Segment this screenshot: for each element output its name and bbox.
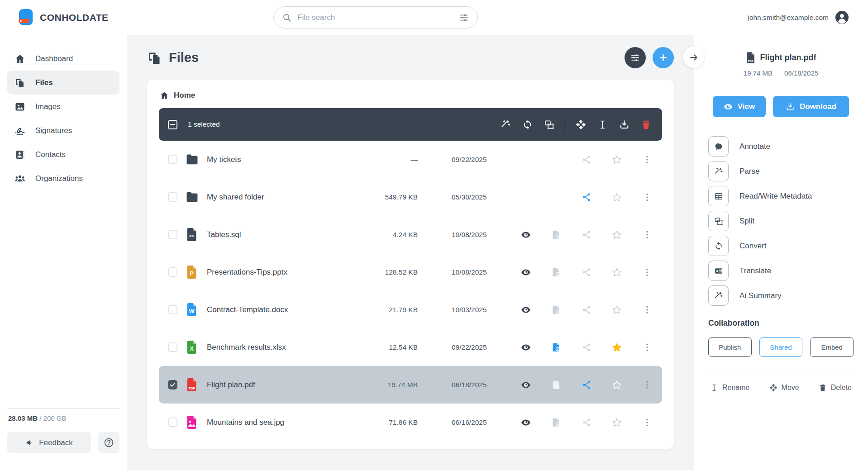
collapse-panel-button[interactable] xyxy=(683,47,704,68)
doc-status-button[interactable] xyxy=(541,224,571,246)
row-menu-button[interactable] xyxy=(632,374,662,396)
toolbar-rename-button[interactable] xyxy=(591,114,613,135)
toolbar-magic-wand-button[interactable] xyxy=(495,114,517,135)
favorite-button[interactable] xyxy=(601,186,632,208)
file-row-presentations-tips-pptx[interactable]: P Presentations-Tips.pptx 128.52 KB 10/0… xyxy=(159,253,662,291)
row-menu-button[interactable] xyxy=(632,412,662,433)
panel-action-translate[interactable]: ATranslate xyxy=(708,261,854,281)
preview-button[interactable] xyxy=(510,261,541,283)
row-checkbox[interactable] xyxy=(168,155,177,164)
share-icon xyxy=(582,305,591,315)
row-menu-button[interactable] xyxy=(632,337,662,358)
share-button[interactable] xyxy=(571,261,601,283)
toolbar-move-button[interactable] xyxy=(570,114,591,135)
search-filter-sliders-icon[interactable] xyxy=(458,12,469,23)
panel-action-parse[interactable]: Parse xyxy=(708,161,854,181)
row-menu-button[interactable] xyxy=(632,149,662,171)
toolbar-download-button[interactable] xyxy=(613,114,635,135)
feedback-button[interactable]: Feedback xyxy=(7,432,91,453)
row-checkbox[interactable] xyxy=(168,342,177,352)
doc-status-button[interactable] xyxy=(541,337,571,358)
file-row-contract-template-docx[interactable]: W Contract-Template.docx 21.79 KB 10/03/… xyxy=(159,291,662,328)
row-checkbox[interactable] xyxy=(168,418,177,427)
panel-action-annotate[interactable]: Annotate xyxy=(708,136,854,157)
breadcrumb-label: Home xyxy=(174,91,195,100)
row-checkbox[interactable] xyxy=(168,305,177,314)
sidebar-item-organizations[interactable]: Organizations xyxy=(7,166,119,190)
share-button[interactable] xyxy=(571,186,601,208)
collab-embed-button[interactable]: Embed xyxy=(810,337,854,357)
sidebar-item-dashboard[interactable]: Dashboard xyxy=(7,47,119,71)
doc-check-icon xyxy=(551,418,561,427)
favorite-button[interactable] xyxy=(601,261,632,283)
brand-logo[interactable]: CONHOLDATE xyxy=(18,8,131,27)
collab-publish-button[interactable]: Publish xyxy=(708,337,752,357)
panel-action-ai-summary[interactable]: Ai Summary xyxy=(708,285,854,306)
row-checkbox[interactable] xyxy=(168,380,177,389)
favorite-button[interactable] xyxy=(601,224,632,246)
share-button[interactable] xyxy=(571,337,601,358)
row-checkbox[interactable] xyxy=(168,267,177,277)
toolbar-split-button[interactable] xyxy=(539,114,560,135)
share-button[interactable] xyxy=(571,299,601,321)
file-row-mountains-and-sea-jpg[interactable]: Mountains and sea.jpg 71.86 KB 06/16/202… xyxy=(159,404,662,441)
download-button[interactable]: Download xyxy=(773,96,849,117)
sidebar-item-images[interactable]: Images xyxy=(7,95,119,119)
row-menu-button[interactable] xyxy=(632,299,662,321)
share-button[interactable] xyxy=(571,224,601,246)
preview-button[interactable] xyxy=(510,412,541,433)
help-button[interactable] xyxy=(98,432,119,453)
row-actions xyxy=(510,261,662,283)
row-menu-button[interactable] xyxy=(632,186,662,208)
sidebar-item-contacts[interactable]: Contacts xyxy=(7,142,119,166)
preview-button[interactable] xyxy=(510,374,541,396)
file-row-flight-plan-pdf[interactable]: PDF Flight plan.pdf 19.74 MB 06/18/2025 xyxy=(159,366,662,404)
view-button[interactable]: View xyxy=(713,96,766,117)
toolbar-trash-button[interactable] xyxy=(635,114,657,135)
user-account-area[interactable]: john.smith@example.com xyxy=(748,10,849,24)
share-button[interactable] xyxy=(571,412,601,433)
doc-status-button[interactable] xyxy=(541,299,571,321)
sidebar-item-signatures[interactable]: Signatures xyxy=(7,119,119,142)
add-file-button[interactable] xyxy=(653,47,674,68)
file-row-my-shared-folder[interactable]: My shared folder 549.79 KB 05/30/2025 xyxy=(159,178,662,216)
doc-status-button[interactable] xyxy=(541,261,571,283)
action-placeholder xyxy=(510,149,541,171)
delete-button[interactable]: Delete xyxy=(819,384,852,392)
select-all-checkbox[interactable] xyxy=(168,120,177,129)
favorite-button[interactable] xyxy=(601,412,632,433)
row-checkbox[interactable] xyxy=(168,230,177,239)
panel-action-split[interactable]: Split xyxy=(708,211,854,231)
move-button[interactable]: Move xyxy=(769,384,799,392)
favorite-button[interactable] xyxy=(601,299,632,321)
doc-status-button[interactable] xyxy=(541,412,571,433)
toolbar-convert-button[interactable] xyxy=(517,114,539,135)
file-row-tables-sql[interactable]: <> Tables.sql 4.24 KB 10/08/2025 xyxy=(159,216,662,253)
favorite-button[interactable] xyxy=(601,337,632,358)
collab-shared-button[interactable]: Shared xyxy=(759,337,803,357)
favorite-button[interactable] xyxy=(601,374,632,396)
panel-action-read-write-metadata[interactable]: Read/Write Metadata xyxy=(708,186,854,206)
file-row-my-tickets[interactable]: My tickets — 09/22/2025 xyxy=(159,141,662,178)
search-input[interactable] xyxy=(297,13,458,22)
favorite-button[interactable] xyxy=(601,149,632,171)
rename-button[interactable]: Rename xyxy=(710,384,749,392)
preview-button[interactable] xyxy=(510,224,541,246)
sidebar-item-files[interactable]: Files xyxy=(7,71,119,95)
row-checkbox[interactable] xyxy=(168,192,177,202)
share-button[interactable] xyxy=(571,149,601,171)
breadcrumb-home[interactable]: Home xyxy=(160,91,195,100)
row-actions xyxy=(510,412,662,433)
user-avatar-icon[interactable] xyxy=(835,10,849,24)
share-button[interactable] xyxy=(571,374,601,396)
preview-button[interactable] xyxy=(510,299,541,321)
doc-check-icon xyxy=(551,267,561,277)
files-title-icon xyxy=(147,50,162,65)
doc-status-button[interactable] xyxy=(541,374,571,396)
view-settings-button[interactable] xyxy=(625,47,646,68)
preview-button[interactable] xyxy=(510,337,541,358)
row-menu-button[interactable] xyxy=(632,261,662,283)
row-menu-button[interactable] xyxy=(632,224,662,246)
panel-action-convert[interactable]: Convert xyxy=(708,236,854,256)
file-row-benchmark-results-xlsx[interactable]: X Benchmark results.xlsx 12.54 KB 09/22/… xyxy=(159,328,662,366)
